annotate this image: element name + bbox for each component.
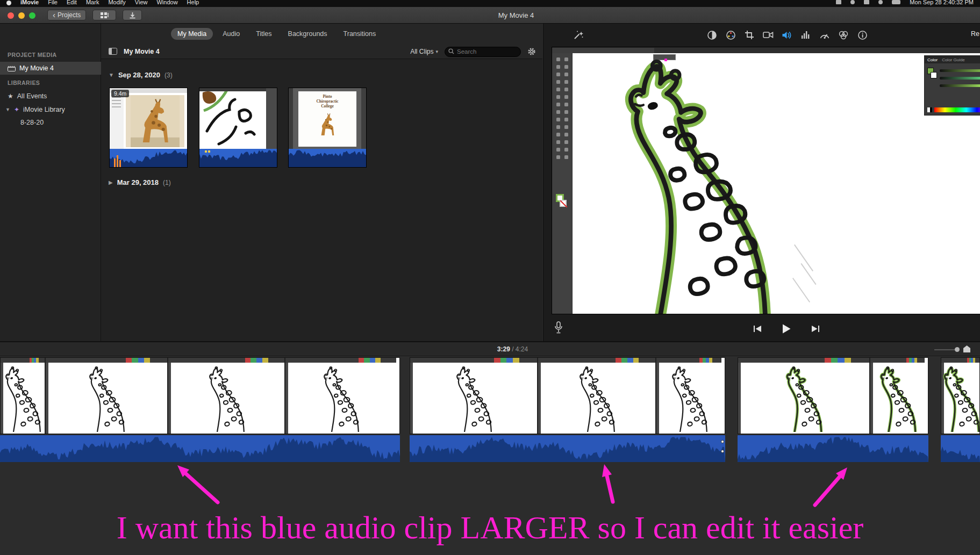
timeline-audio-clip[interactable] [941,435,980,462]
tab-my-media[interactable]: My Media [171,28,213,40]
timeline-zoom-knob[interactable] [955,347,960,352]
color-correction-button[interactable] [724,28,738,42]
tool-icon[interactable] [564,148,568,152]
battery-icon[interactable] [892,0,900,4]
timeline-video-frame[interactable] [168,358,285,434]
tool-icon[interactable] [564,125,568,129]
timeline-clip-group[interactable] [0,357,400,462]
tool-icon[interactable] [564,140,568,144]
apple-menu-icon[interactable] [6,1,11,5]
menu-clock[interactable]: Mon Sep 28 2:40:32 PM [910,0,974,5]
menu-help[interactable]: Help [187,0,199,5]
import-media-button[interactable] [123,10,142,20]
timeline-clip-group[interactable] [941,357,980,462]
timeline-video-clip[interactable] [941,357,980,434]
audio-fade-handle[interactable] [721,450,724,453]
timeline-video-frame[interactable] [941,358,980,434]
color-balance-button[interactable] [705,28,719,42]
tool-icon[interactable] [564,80,568,84]
play-button[interactable] [779,321,794,336]
minimize-window-button[interactable] [18,12,25,19]
black-white-swatches[interactable] [927,107,932,112]
status-icon[interactable] [878,0,883,4]
sidebar-item-event-8-28-20[interactable]: 8-28-20 [0,116,101,129]
menu-window[interactable]: Window [156,0,177,5]
tool-icon[interactable] [564,57,568,61]
media-clip-giraffe-photo[interactable]: 9.4m [109,88,188,168]
tool-icon[interactable] [556,118,560,121]
timeline-audio-clip[interactable] [0,435,400,462]
timeline-video-frame[interactable] [738,358,870,434]
color-spectrum-bar[interactable] [934,107,980,112]
color-slider[interactable] [940,69,980,72]
tab-audio[interactable]: Audio [216,28,246,40]
tab-backgrounds[interactable]: Backgrounds [282,28,334,40]
volume-button[interactable] [780,28,794,42]
tool-icon[interactable] [556,80,560,84]
media-group-header[interactable]: ▼ Sep 28, 2020 (3) [109,71,173,79]
browser-settings-button[interactable] [527,47,536,56]
noise-reduction-button[interactable] [799,28,813,42]
tool-icon[interactable] [556,155,560,159]
menu-view[interactable]: View [135,0,148,5]
media-organizer-button[interactable] [92,10,116,20]
tool-icon[interactable] [564,73,568,76]
info-button[interactable] [855,28,869,42]
effects-button[interactable] [836,28,850,42]
voiceover-record-button[interactable] [554,321,563,334]
tool-icon[interactable] [564,65,568,69]
skip-forward-button[interactable] [808,321,823,336]
projects-back-button[interactable]: ‹ Projects [47,10,86,20]
timeline-clip-group[interactable] [410,357,725,462]
disclosure-triangle-icon[interactable]: ▼ [109,72,114,78]
close-window-button[interactable] [8,12,14,19]
search-input[interactable] [445,47,521,57]
timeline-video-frame[interactable] [538,358,656,434]
zoom-window-button[interactable] [29,12,35,19]
tool-icon[interactable] [556,57,560,61]
audio-fade-handle[interactable] [721,440,724,443]
menu-file[interactable]: File [48,0,58,5]
disclosure-triangle-icon[interactable]: ▼ [5,107,10,112]
timeline-video-frame[interactable] [656,358,721,434]
tool-icon[interactable] [564,155,568,159]
tool-icon[interactable] [556,110,560,114]
timeline-video-frame[interactable] [1,358,46,434]
crop-button[interactable] [742,28,756,42]
status-icon[interactable] [836,0,841,4]
tool-icon[interactable] [556,95,560,99]
color-slider[interactable] [940,76,980,80]
tool-icon[interactable] [564,88,568,91]
timeline-video-clip[interactable] [0,357,400,434]
sidebar-item-my-movie-4[interactable]: My Movie 4 [0,62,101,75]
skip-back-button[interactable] [750,321,765,336]
menu-modify[interactable]: Modify [108,0,125,5]
auto-enhance-button[interactable] [571,28,585,42]
timeline-clip-group[interactable] [738,357,928,462]
speed-button[interactable] [818,28,832,42]
sidebar-toggle-button[interactable] [109,48,117,55]
timeline-video-clip[interactable] [738,357,928,434]
tab-color-guide[interactable]: Color Guide [942,57,965,62]
tool-icon[interactable] [556,65,560,69]
timeline-video-frame[interactable] [870,358,925,434]
tool-icon[interactable] [564,110,568,114]
media-group-header[interactable]: ▶ Mar 29, 2018 (1) [109,178,171,186]
stabilization-button[interactable] [761,28,775,42]
tool-icon[interactable] [556,103,560,106]
status-icon[interactable] [850,0,855,4]
tool-icon[interactable] [564,118,568,121]
tool-icon[interactable] [556,88,560,91]
tab-color[interactable]: Color [927,57,938,62]
timeline-video-frame[interactable] [46,358,168,434]
tab-titles[interactable]: Titles [249,28,278,40]
media-clip-pinto-college[interactable]: Pinto Chiropractic College [288,88,367,168]
disclosure-triangle-icon[interactable]: ▶ [109,179,113,185]
sidebar-item-all-events[interactable]: ★ All Events [0,90,101,103]
tool-icon[interactable] [556,73,560,76]
timeline-video-frame[interactable] [285,358,396,434]
menu-imovie[interactable]: iMovie [20,0,39,5]
timeline-video-clip[interactable] [410,357,725,434]
timeline-audio-clip[interactable] [738,435,928,462]
tool-icon[interactable] [556,148,560,152]
